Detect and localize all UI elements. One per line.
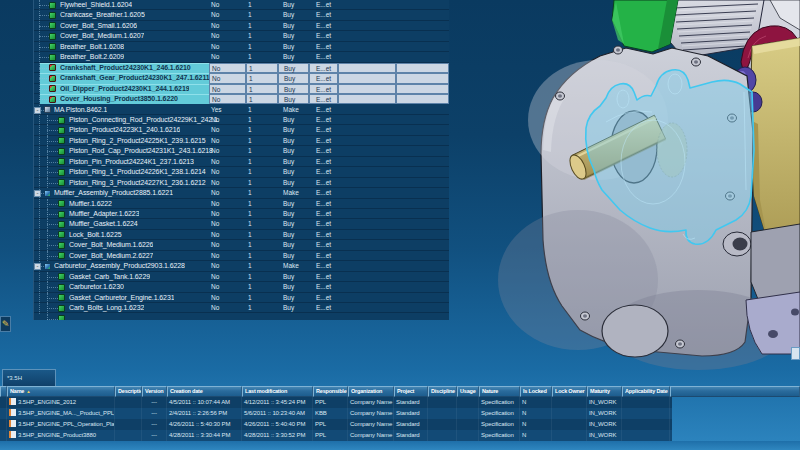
cell-creation: 4/26/2011 :: 5:40:30 PM [167,419,242,430]
tree-branch-line [39,68,49,69]
table-row[interactable]: 3.5HP_ENGINE_Product3880---4/28/2011 :: … [0,430,672,441]
part-icon [58,221,65,228]
tree-row[interactable]: Muffler_Gasket.1.6224No1BuyE...et [34,219,449,229]
tree-flag-cell: Buy [278,146,309,156]
tree-row[interactable]: Crankshaft_Product24230K1_246.1.6210No1B… [34,63,449,73]
tree-flag-cell: Buy [278,52,309,62]
results-panel-tab[interactable]: *3.5H [2,369,56,387]
tree-flag-cell: E...et [309,136,338,146]
column-header-applicability-date[interactable]: Applicability Date [622,386,670,397]
tree-branch-line [47,298,58,299]
cell-applicability [622,419,670,430]
column-header-discipline[interactable]: Discipline [428,386,457,397]
tree-row[interactable]: Piston_Product24223K1_240.1.6216No1BuyE.… [34,125,449,135]
column-header-maturity[interactable]: Maturity [587,386,622,397]
cell-modified: 5/6/2011 :: 10:23:40 AM [242,408,313,419]
column-header-nature[interactable]: Nature [479,386,520,397]
tree-flag-cell: 1 [246,272,278,282]
compass-mini-icon[interactable] [791,347,800,360]
tree-row[interactable]: Breather_Bolt.1.6208No1BuyE...et [34,42,449,52]
row-icon-cell [0,408,7,419]
column-header-last-modification[interactable]: Last modification [242,386,313,397]
tree-row[interactable]: Cover_Bolt_Small.1.6206No1BuyE...et [34,21,449,31]
tree-flag-cell: 1 [246,125,278,135]
tree-flag-cell: 1 [246,282,278,292]
part-axis-icon [49,64,56,71]
tree-branch-line [47,204,58,205]
tree-item-label: MA Piston.8462.1 [54,105,107,116]
tree-row[interactable]: Piston_Ring_1_Product24226K1_238.1.6214N… [34,167,449,177]
tree-row[interactable]: Carb_Bolts_Long.1.6232No1BuyE...et [34,303,449,313]
tree-branch-line [47,183,58,184]
tree-row[interactable]: Piston_Ring_3_Product24227K1_236.1.6212N… [34,178,449,188]
tree-row[interactable]: Piston_Ring_2_Product24225K1_239.1.6215N… [34,136,449,146]
cell-name: 3.5HP_ENGINE_MA..._Product_PPL_255 [7,408,115,419]
tree-row[interactable]: Cover_Housing_Product3850.1.6220No1BuyE.… [34,94,449,104]
tree-flag-cell: E...et [309,230,338,240]
tree-branch-line [39,89,49,90]
column-header-version[interactable]: Version [142,386,167,397]
tree-row[interactable]: Muffler.1.6222No1BuyE...et [34,199,449,209]
tree-flag-cell: No [209,63,246,73]
tree-row[interactable]: Piston_Rod_Cap_Product24231K1_243.1.6218… [34,146,449,156]
tree-row[interactable]: Piston_Pin_Product24224K1_237.1.6213No1B… [34,157,449,167]
column-header-name[interactable]: Name▲ [7,386,115,397]
tree-row[interactable]: -Carburetor_Assembly_Product2903.1.6228N… [34,261,449,271]
tree-row[interactable]: Flywheel_Shield.1.6204No1BuyE...et [34,0,449,10]
tree-row[interactable]: -Muffler_Assembly_Product2885.1.6221No1M… [34,188,449,198]
tree-row[interactable]: -MA Piston.8462.1Yes1MakeE...et [34,105,449,115]
tree-row[interactable]: Muffler_Adapter.1.6223No1BuyE...et [34,209,449,219]
engine-3d-model[interactable] [448,0,800,388]
tree-row[interactable]: Breather_Bolt.2.6209No1BuyE...et [34,52,449,62]
tree-flag-cell: 1 [246,178,278,188]
tree-row[interactable]: Oil_Dipper_Product24230K1_244.1.6219No1B… [34,84,449,94]
table-row[interactable]: 3.5HP_ENGINE_2012---4/5/2011 :: 10:07:44… [0,397,672,408]
tree-row[interactable]: Piston_Connecting_Rod_Product24229K1_242… [34,115,449,125]
tree-row[interactable]: Gasket_Carb_Tank.1.6229No1BuyE...et [34,272,449,282]
tree-branch-line [39,57,49,58]
expander-icon[interactable]: - [34,190,41,197]
column-header-responsible[interactable]: Responsible [313,386,348,397]
tree-flag-cell: Buy [278,31,309,41]
column-header-project[interactable]: Project [394,386,428,397]
tree-flag-cell: E...et [309,31,338,41]
expander-icon[interactable]: - [34,263,41,270]
column-header-creation-date[interactable]: Creation date [167,386,242,397]
tree-row[interactable]: Gasket_Carburetor_Engine.1.6231No1BuyE..… [34,293,449,303]
tree-flag-cell: No [209,146,246,156]
tree-flag-cell: No [209,31,246,41]
tree-row[interactable]: Crankshaft_Gear_Product24230K1_247.1.621… [34,73,449,83]
table-row[interactable]: 3.5HP_ENGINE_PPL_Operation_Plan---4/26/2… [0,419,672,430]
tree-flag-cell: 1 [246,10,278,20]
tree-row[interactable] [34,314,449,321]
tree-flag-cell: Make [278,261,309,271]
tree-flag-cell: No [209,209,246,219]
tree-row[interactable]: Crankcase_Breather.1.6205No1BuyE...et [34,10,449,20]
tree-row[interactable]: Cover_Bolt_Medium.1.6226No1BuyE...et [34,240,449,250]
edit-mode-button[interactable]: ✎ [0,316,11,332]
cell-nature: Specification [479,408,520,419]
tree-branch-line [47,245,58,246]
column-header-lock-owner[interactable]: Lock Owner [552,386,587,397]
tree-branch-line [47,141,58,142]
expander-icon[interactable]: - [34,107,41,114]
column-header-usage[interactable]: Usage [457,386,479,397]
tree-item-label: Breather_Bolt.2.6209 [60,52,124,63]
tree-row[interactable]: Cover_Bolt_Medium.1.6207No1BuyE...et [34,31,449,41]
tree-flag-cell: Buy [278,10,309,20]
table-row[interactable]: 3.5HP_ENGINE_MA..._Product_PPL_255---2/4… [0,408,672,419]
tree-row[interactable]: Carburetor.1.6230No1BuyE...et [34,282,449,292]
tree-row[interactable]: Cover_Bolt_Medium.2.6227No1BuyE...et [34,251,449,261]
column-header-description[interactable]: Description [115,386,142,397]
mounting-base [746,224,800,354]
column-header-icon[interactable] [0,386,7,397]
tree-row[interactable]: Lock_Bolt.1.6225No1BuyE...et [34,230,449,240]
tree-flag-cell: 1 [246,240,278,250]
tree-flag-cell: No [209,52,246,62]
tree-flag-cell: E...et [309,293,338,303]
3d-viewport[interactable] [448,0,800,388]
column-header-is-locked[interactable]: Is Locked [520,386,552,397]
tree-flag-cell: No [209,125,246,135]
part-icon [58,137,65,144]
column-header-organization[interactable]: Organization [348,386,394,397]
